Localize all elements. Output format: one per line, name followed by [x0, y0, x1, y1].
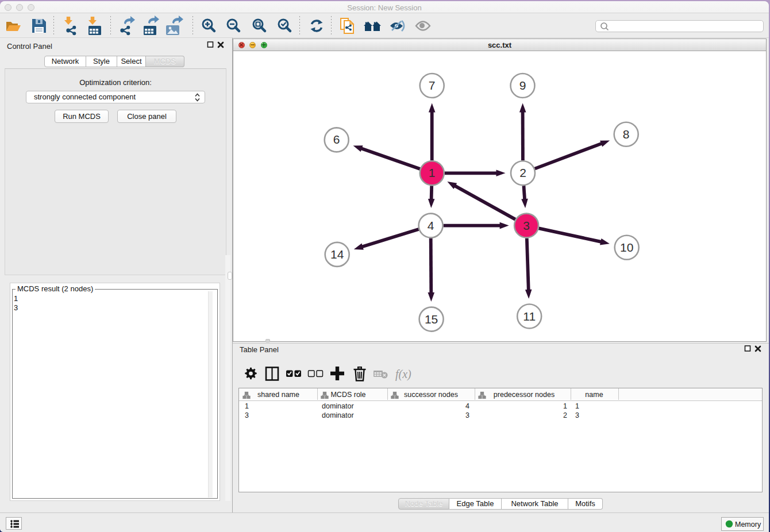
svg-text:4: 4: [465, 402, 469, 410]
svg-text:dominator: dominator: [322, 402, 354, 410]
svg-text:10: 10: [620, 241, 633, 254]
svg-text:1: 1: [575, 402, 579, 410]
svg-text:name: name: [585, 391, 603, 399]
svg-text:3: 3: [245, 411, 249, 419]
svg-text:3: 3: [575, 411, 579, 419]
svg-text:4: 4: [428, 219, 434, 232]
svg-text:15: 15: [425, 313, 438, 326]
svg-text:7: 7: [429, 79, 436, 92]
svg-text:1: 1: [429, 166, 436, 179]
svg-text:3: 3: [523, 219, 530, 232]
svg-text:14: 14: [330, 248, 344, 261]
svg-text:f(x): f(x): [395, 368, 411, 381]
svg-text:Memory: Memory: [735, 521, 761, 529]
svg-text:8: 8: [623, 128, 630, 141]
svg-text:successor nodes: successor nodes: [404, 391, 458, 399]
svg-text:MCDS role: MCDS role: [330, 391, 365, 399]
svg-text:11: 11: [523, 310, 536, 323]
svg-text:1: 1: [245, 402, 249, 410]
svg-text:predecessor nodes: predecessor nodes: [494, 391, 555, 399]
svg-text:9: 9: [519, 79, 526, 92]
svg-text:shared name: shared name: [257, 391, 299, 399]
svg-text:6: 6: [333, 133, 340, 146]
svg-text:dominator: dominator: [322, 411, 354, 419]
svg-text:1: 1: [563, 402, 567, 410]
svg-text:2: 2: [519, 166, 526, 179]
svg-text:3: 3: [465, 411, 469, 419]
svg-text:2: 2: [563, 411, 567, 419]
